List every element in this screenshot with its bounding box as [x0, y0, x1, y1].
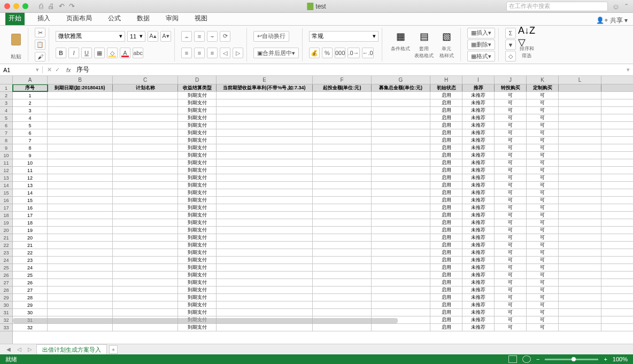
increase-indent-icon[interactable]: ▷ [233, 48, 243, 58]
paste-label: 粘贴 [7, 53, 25, 60]
clear-icon[interactable]: ◇ [505, 51, 516, 61]
formula-input[interactable]: 序号 [73, 65, 623, 74]
name-box[interactable]: A1▾ [0, 66, 43, 73]
expand-icon[interactable]: ⌃ [624, 3, 629, 10]
confirm-formula-icon[interactable]: ✓ [55, 66, 60, 73]
excel-icon [307, 3, 313, 10]
align-right-icon[interactable]: ≡ [207, 48, 218, 58]
autosum-icon[interactable]: Σ [505, 28, 516, 38]
align-center-icon[interactable]: ≡ [194, 48, 205, 58]
currency-icon[interactable]: 💰 [309, 48, 320, 58]
feedback-icon[interactable]: ☺ [612, 2, 620, 11]
print-icon[interactable]: 🖨 [48, 2, 55, 10]
save-icon[interactable]: ⎙ [39, 2, 43, 10]
font-size-select[interactable]: 11▾ [127, 31, 145, 42]
align-bottom-icon[interactable]: ⫟ [207, 31, 218, 42]
ribbon-tab-1[interactable]: 插入 [34, 12, 53, 25]
merge-button[interactable]: ▣ 合并后居中 ▾ [253, 48, 299, 58]
wrap-text-button[interactable]: ↩ 自动换行 [253, 31, 289, 42]
maximize-window[interactable] [22, 3, 28, 9]
ribbon-tab-0[interactable]: 开始 [5, 12, 25, 25]
align-top-icon[interactable]: ⫠ [181, 31, 192, 42]
percent-icon[interactable]: % [322, 48, 333, 58]
format-cells-button[interactable]: ▦ 格式 ▾ [467, 51, 495, 61]
font-color-button[interactable]: A [120, 48, 130, 58]
decrease-decimal-icon[interactable]: ←.0 [362, 48, 374, 58]
align-left-icon[interactable]: ≡ [181, 48, 192, 58]
sort-filter-button[interactable]: A↓Z▽排序和 筛选 [516, 28, 537, 61]
font-name-select[interactable]: 微软雅黑▾ [56, 31, 125, 42]
quick-access-toolbar: ⎙ 🖨 ↶ ↷ [39, 2, 75, 10]
fill-icon[interactable]: ▼ [505, 40, 516, 50]
italic-button[interactable]: I [68, 48, 79, 58]
number-format-select[interactable]: 常规▾ [309, 31, 379, 42]
cell-style-button[interactable]: ▧单元 格样式 [436, 28, 457, 61]
cancel-formula-icon[interactable]: ✕ [47, 66, 52, 73]
decrease-font-icon[interactable]: A▾ [160, 31, 171, 42]
fill-color-button[interactable]: ◇ [107, 48, 118, 58]
table-format-button[interactable]: ▤套用 表格格式 [412, 28, 436, 61]
redo-icon[interactable]: ↷ [69, 2, 75, 10]
formula-bar: A1▾ ✕ ✓ fx 序号 ▾ [0, 64, 633, 76]
border-button[interactable]: ▦ [94, 48, 105, 58]
minimize-window[interactable] [13, 3, 19, 9]
undo-icon[interactable]: ↶ [59, 2, 65, 10]
cut-icon[interactable]: ✂ [35, 28, 45, 37]
copy-icon[interactable]: 📋 [35, 40, 45, 49]
document-title: test [307, 3, 326, 10]
underline-button[interactable]: U [81, 48, 92, 58]
delete-cells-button[interactable]: ▦ 删除 ▾ [467, 40, 495, 50]
bold-button[interactable]: B [56, 48, 66, 58]
insert-cells-button[interactable]: ▦ 插入 ▾ [467, 28, 495, 38]
titlebar: ⎙ 🖨 ↶ ↷ test 在工作表中搜索 ☺ ⌃ [0, 0, 633, 13]
phonetic-button[interactable]: abc [133, 48, 143, 58]
ribbon-tab-4[interactable]: 数据 [134, 12, 153, 25]
ribbon-tab-2[interactable]: 页面布局 [63, 12, 95, 25]
search-input[interactable]: 在工作表中搜索 [506, 2, 608, 11]
decrease-indent-icon[interactable]: ◁ [220, 48, 230, 58]
ribbon: 粘贴 ✂ 📋 🖌 微软雅黑▾ 11▾ A▴ A▾ B I U ▦ ◇ A abc… [0, 26, 633, 64]
close-window[interactable] [4, 3, 10, 9]
ribbon-tabs: 开始插入页面布局公式数据审阅视图 👤+ 共享 ▾ [0, 13, 633, 26]
ribbon-tab-6[interactable]: 视图 [191, 12, 211, 25]
expand-formula-icon[interactable]: ▾ [623, 66, 633, 73]
increase-font-icon[interactable]: A▴ [148, 31, 158, 42]
format-painter-icon[interactable]: 🖌 [35, 52, 45, 61]
increase-decimal-icon[interactable]: .0→ [348, 48, 359, 58]
conditional-format-button[interactable]: ▦条件格式 [389, 28, 412, 61]
window-controls [4, 3, 28, 9]
ribbon-tab-3[interactable]: 公式 [105, 12, 124, 25]
ribbon-tab-5[interactable]: 审阅 [163, 12, 182, 25]
align-middle-icon[interactable]: ≡ [194, 31, 205, 42]
paste-button[interactable] [7, 29, 25, 50]
fx-icon[interactable]: fx [64, 67, 73, 73]
orientation-icon[interactable]: ⟳ [220, 31, 230, 42]
comma-icon[interactable]: 000 [335, 48, 345, 58]
share-button[interactable]: 👤+ 共享 ▾ [596, 16, 628, 25]
